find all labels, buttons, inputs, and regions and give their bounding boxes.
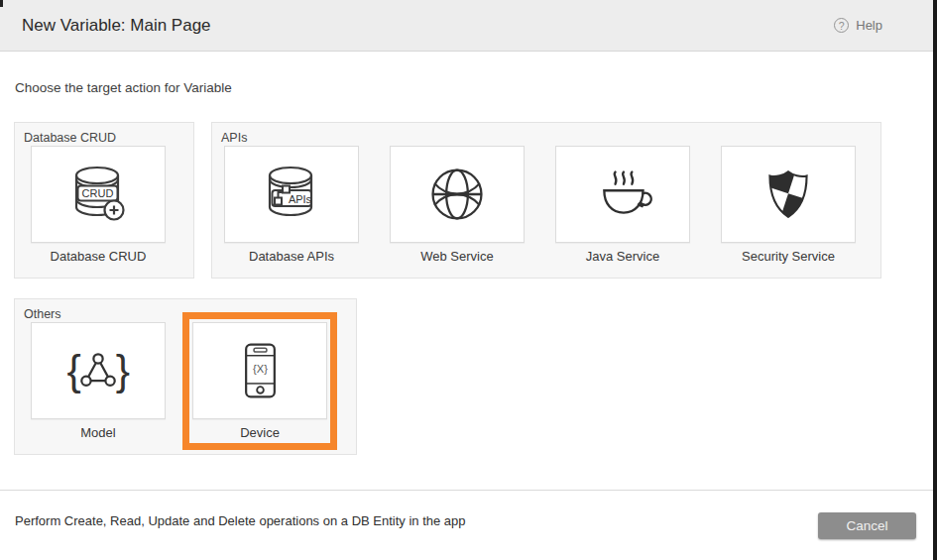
svg-text:{: { xyxy=(66,346,80,393)
screen-corner-artifact xyxy=(0,0,3,7)
tile-label: Database CRUD xyxy=(31,249,166,264)
dialog-header: New Variable: Main Page ? Help xyxy=(0,0,937,52)
help-button[interactable]: ? Help xyxy=(834,18,882,33)
tile-label: Web Service xyxy=(390,249,525,264)
group-apis: APIs APIs xyxy=(211,122,881,279)
icon-card: {X} xyxy=(192,322,327,419)
cancel-button[interactable]: Cancel xyxy=(818,512,916,539)
svg-text:}: } xyxy=(116,346,130,393)
footer-divider xyxy=(0,490,937,491)
icon-card xyxy=(721,146,856,243)
tile-security-service[interactable]: Security Service xyxy=(711,136,866,274)
help-question-icon: ? xyxy=(834,18,849,33)
group-others: Others { } Model xyxy=(14,298,357,455)
icon-card: APIs xyxy=(224,146,359,243)
icon-card xyxy=(390,146,525,243)
tile-database-crud[interactable]: CRUD Database CRUD xyxy=(21,136,176,274)
tile-label: Security Service xyxy=(721,249,856,264)
tile-label: Java Service xyxy=(555,249,690,264)
tile-device[interactable]: {X} Device xyxy=(182,312,337,450)
svg-text:APIs: APIs xyxy=(289,193,312,205)
tile-label: Device xyxy=(192,425,327,440)
svg-text:CRUD: CRUD xyxy=(82,187,114,199)
tile-web-service[interactable]: Web Service xyxy=(380,136,534,274)
page-subtitle: Choose the target action for Variable xyxy=(15,80,232,95)
selection-description: Perform Create, Read, Update and Delete … xyxy=(15,513,466,528)
java-service-coffee-icon xyxy=(593,167,652,222)
help-label: Help xyxy=(856,18,882,33)
group-database-crud: Database CRUD CRUD xyxy=(14,122,194,279)
tile-label: Model xyxy=(31,425,166,440)
tile-model[interactable]: { } Model xyxy=(21,312,176,450)
tiles-row: CRUD Database CRUD xyxy=(21,136,176,274)
new-variable-dialog: New Variable: Main Page ? Help Choose th… xyxy=(0,0,937,560)
tile-java-service[interactable]: Java Service xyxy=(545,136,700,274)
icon-card: { } xyxy=(31,322,166,419)
icon-card: CRUD xyxy=(31,146,166,243)
security-service-shield-icon xyxy=(761,166,815,223)
svg-text:{X}: {X} xyxy=(253,363,268,375)
database-apis-icon: APIs xyxy=(259,164,324,225)
tile-database-apis[interactable]: APIs Database APIs xyxy=(214,136,369,274)
screen-right-edge xyxy=(933,0,937,560)
tiles-row: APIs Database APIs xyxy=(214,136,866,274)
icon-card xyxy=(555,146,690,243)
dialog-title: New Variable: Main Page xyxy=(22,16,211,36)
web-service-globe-icon xyxy=(428,166,486,223)
model-braces-network-icon: { } xyxy=(64,345,132,396)
tiles-row: { } Model xyxy=(21,312,337,450)
device-phone-icon: {X} xyxy=(242,342,279,399)
database-crud-icon: CRUD xyxy=(65,164,131,225)
tile-label: Database APIs xyxy=(224,249,359,264)
